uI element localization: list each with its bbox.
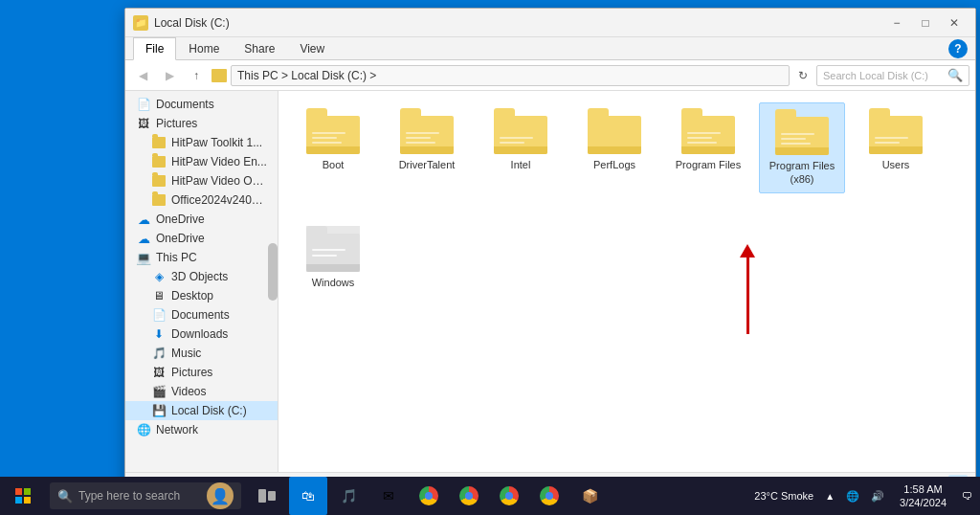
videos-icon: 🎬 [152,385,166,398]
taskbar-icons: 🛍 🎵 ✉ 📦 [249,477,609,515]
ribbon-tabs: File Home Share View [125,37,975,60]
volume-tray-icon[interactable]: 🔊 [867,477,888,515]
tab-share[interactable]: Share [232,37,287,59]
search-box[interactable]: Search Local Disk (C:) 🔍 [816,65,969,86]
chrome-icon-3[interactable] [490,477,528,515]
app-icon[interactable]: 📦 [570,477,609,515]
sidebar-item-3dobjects[interactable]: ◈ 3D Objects [125,267,278,286]
sidebar-item-thispc[interactable]: 💻 This PC [125,248,278,267]
up-button[interactable]: ↑ [185,64,208,87]
folder-perflogs[interactable]: PerfLogs [571,102,657,193]
sidebar-item-hitpaw-video-en[interactable]: HitPaw Video En... [125,152,278,171]
notification-button[interactable]: 🗨 [958,477,976,515]
clock-time: 1:58 AM [903,482,942,496]
system-tray: 23°C Smoke ▲ 🌐 🔊 1:58 AM 3/24/2024 🗨 [750,477,980,515]
refresh-button[interactable]: ↻ [793,66,813,85]
window-icon: 📁 [133,15,148,31]
chrome-icon-2[interactable] [450,477,488,515]
music-icon-taskbar[interactable]: 🎵 [329,477,368,515]
music-icon: 🎵 [152,347,166,360]
chrome-icon-1[interactable] [410,477,448,515]
chrome-icon-4[interactable] [530,477,568,515]
minimize-button[interactable]: − [883,13,910,33]
folder-label-users: Users [882,158,910,171]
onedrive-icon: ☁ [137,213,150,226]
sidebar-item-downloads[interactable]: ⬇ Downloads [125,325,278,344]
arrow-line [746,258,749,334]
folder-programfiles-x86[interactable]: Program Files(x86) [759,102,845,193]
sidebar-item-pictures-recent[interactable]: 🖼 Pictures [125,114,278,133]
folder-intel[interactable]: Intel [478,102,564,193]
clock[interactable]: 1:58 AM 3/24/2024 [892,482,954,510]
tab-view[interactable]: View [287,37,337,59]
taskbar-search[interactable]: 🔍 Type here to search 👤 [50,482,241,509]
network-tray-icon[interactable]: 🌐 [842,477,863,515]
weather-tray[interactable]: 23°C Smoke [750,477,817,515]
sidebar-item-documents[interactable]: 📄 Documents [125,305,278,325]
folder-windows[interactable]: Windows [290,220,376,295]
sidebar-scrollbar[interactable] [268,243,278,301]
windows-icon [15,488,31,504]
start-button[interactable] [0,477,46,515]
sidebar-item-desktop[interactable]: 🖥 Desktop [125,286,278,305]
sidebar-item-office2024[interactable]: Office2024v2400... [125,190,278,210]
file-grid: Boot [290,102,964,295]
sidebar-item-hitpaw-video-ob[interactable]: HitPaw Video Ob... [125,171,278,190]
sidebar-item-network[interactable]: 🌐 Network [125,420,278,439]
taskbar-search-text: Type here to search [78,489,180,503]
sidebar-item-music[interactable]: 🎵 Music [125,344,278,363]
folder-icon-boot [306,108,360,154]
sidebar-item-localdisk[interactable]: 💾 Local Disk (C:) [125,401,278,420]
folder-icon-users [869,108,923,154]
folder-icon-windows [306,226,360,272]
address-icon [212,69,227,82]
address-path[interactable]: This PC > Local Disk (C:) > [231,65,790,86]
taskbar: 🔍 Type here to search 👤 🛍 🎵 ✉ [0,477,980,515]
doc-icon2: 📄 [152,308,166,322]
tab-home[interactable]: Home [176,37,232,59]
folder-label-drivertalent: DriverTalent [399,158,456,171]
forward-button[interactable]: ▶ [158,64,181,87]
clock-date: 3/24/2024 [900,496,947,509]
search-icon-taskbar: 🔍 [57,489,73,504]
taskview-button[interactable] [249,477,287,515]
sidebar-item-pictures[interactable]: 🖼 Pictures [125,363,278,382]
sidebar-item-onedrive2[interactable]: ☁ OneDrive [125,229,278,248]
folder-icon-intel [494,108,547,154]
onedrive-icon2: ☁ [137,232,150,245]
title-bar: 📁 Local Disk (C:) − □ ✕ ? [125,9,975,37]
ribbon: File Home Share View [125,37,975,60]
sidebar-item-videos[interactable]: 🎬 Videos [125,382,278,401]
folder-label-boot: Boot [323,158,345,171]
folder-icon [152,137,166,148]
tab-file[interactable]: File [133,37,176,60]
maximize-button[interactable]: □ [912,13,939,33]
back-button[interactable]: ◀ [131,64,154,87]
tray-chevron[interactable]: ▲ [821,477,838,515]
pictures-icon: 🖼 [152,366,166,379]
folder-icon-drivertalent [400,108,454,154]
folder-drivertalent[interactable]: DriverTalent [384,102,470,193]
doc-icon: 📄 [137,98,150,111]
arrow-head [740,244,755,258]
help-button[interactable]: ? [948,39,968,58]
network-icon: 🌐 [137,423,150,437]
window-controls: − □ ✕ [883,13,968,33]
search-icon[interactable]: 🔍 [947,68,963,82]
sidebar-item-hitpaw-toolkit[interactable]: HitPaw Toolkit 1... [125,133,278,152]
folder-boot[interactable]: Boot [290,102,376,193]
breadcrumb: This PC > Local Disk (C:) > [237,69,376,82]
folder-icon [152,175,166,187]
folder-programfiles[interactable]: Program Files [665,102,751,193]
pic-icon: 🖼 [137,117,150,130]
sidebar-item-onedrive1[interactable]: ☁ OneDrive [125,210,278,229]
pc-icon: 💻 [137,251,150,264]
close-button[interactable]: ✕ [941,13,968,33]
folder-label-windows: Windows [312,276,355,289]
folder-icon-programfiles-x86 [775,109,829,155]
folder-users[interactable]: Users [853,102,939,193]
store-icon[interactable]: 🛍 [289,477,327,515]
mail-icon-taskbar[interactable]: ✉ [369,477,408,515]
file-explorer-window: 📁 Local Disk (C:) − □ ✕ ? File Home Shar… [124,8,976,496]
sidebar-item-documents-recent[interactable]: 📄 Documents [125,95,278,114]
